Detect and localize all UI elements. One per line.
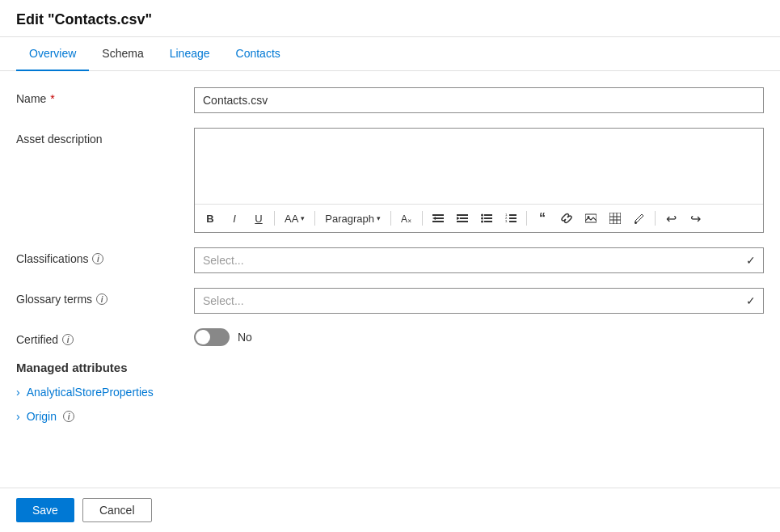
name-field-wrapper	[194, 87, 764, 113]
cancel-button[interactable]: Cancel	[82, 498, 152, 522]
certified-toggle[interactable]	[194, 328, 230, 346]
clear-icon: Aₓ	[401, 213, 412, 224]
analytical-store-label[interactable]: AnalyticalStoreProperties	[27, 386, 154, 399]
certified-field-wrapper: No	[194, 328, 764, 346]
svg-rect-7	[457, 221, 468, 222]
svg-marker-8	[457, 217, 460, 220]
tab-overview[interactable]: Overview	[16, 37, 89, 71]
redo-button[interactable]: ↪	[685, 208, 706, 229]
paragraph-chevron: ▾	[377, 214, 381, 222]
table-icon	[609, 213, 621, 224]
glossary-info-icon[interactable]: i	[96, 293, 108, 305]
tab-schema[interactable]: Schema	[89, 37, 156, 71]
name-label: Name *	[16, 87, 194, 105]
certified-info-icon[interactable]: i	[62, 334, 74, 345]
image-button[interactable]	[580, 208, 601, 229]
bullet-list-icon	[481, 213, 492, 224]
svg-rect-2	[436, 217, 444, 219]
paint-button[interactable]	[629, 208, 650, 229]
save-button[interactable]: Save	[16, 498, 74, 522]
certified-value: No	[238, 331, 252, 344]
description-field-wrapper: B I U AA ▾ Paragraph ▾ Aₓ	[194, 128, 764, 233]
svg-point-10	[481, 217, 483, 220]
svg-point-9	[481, 214, 483, 217]
underline-button[interactable]: U	[248, 208, 269, 229]
toggle-knob	[196, 330, 210, 344]
description-textarea[interactable]	[195, 129, 763, 201]
svg-rect-12	[484, 214, 492, 216]
quote-button[interactable]: “	[532, 208, 553, 229]
numbered-list-button[interactable]: 1. 2. 3.	[500, 208, 521, 229]
tab-bar: Overview Schema Lineage Contacts	[0, 37, 780, 71]
svg-rect-21	[585, 214, 597, 222]
page-title: Edit "Contacts.csv"	[0, 0, 780, 37]
glossary-select-wrapper: Select... ✓	[194, 288, 764, 314]
glossary-select[interactable]: Select...	[194, 288, 764, 314]
origin-label[interactable]: Origin	[27, 410, 57, 423]
table-button[interactable]	[605, 208, 626, 229]
origin-chevron-icon: ›	[16, 410, 20, 423]
font-size-chevron: ▾	[301, 214, 305, 222]
outdent-button[interactable]	[428, 208, 449, 229]
numbered-list-icon: 1. 2. 3.	[505, 213, 516, 224]
toolbar-sep-4	[422, 211, 423, 226]
certified-row: Certified i No	[16, 328, 764, 346]
description-editor: B I U AA ▾ Paragraph ▾ Aₓ	[194, 128, 764, 233]
indent-button[interactable]	[452, 208, 473, 229]
font-size-dropdown[interactable]: AA ▾	[280, 208, 310, 229]
toolbar-sep-1	[274, 211, 275, 226]
classifications-label: Classifications i	[16, 247, 194, 265]
tab-contacts[interactable]: Contacts	[223, 37, 293, 71]
name-required: *	[50, 92, 54, 105]
footer: Save Cancel	[0, 488, 780, 532]
link-button[interactable]	[556, 208, 577, 229]
name-row: Name *	[16, 87, 764, 113]
glossary-field-wrapper: Select... ✓	[194, 288, 764, 314]
glossary-label: Glossary terms i	[16, 288, 194, 306]
image-icon	[585, 213, 597, 224]
font-size-label: AA	[285, 213, 298, 225]
paint-icon	[634, 213, 645, 224]
name-input[interactable]	[194, 87, 764, 113]
bold-button[interactable]: B	[200, 208, 221, 229]
svg-point-28	[635, 222, 637, 224]
svg-marker-4	[432, 217, 436, 220]
certified-toggle-row: No	[194, 328, 764, 346]
clear-format-button[interactable]: Aₓ	[396, 208, 417, 229]
svg-point-11	[481, 221, 483, 223]
svg-text:3.: 3.	[505, 219, 508, 223]
paragraph-label: Paragraph	[325, 213, 374, 225]
toolbar-sep-6	[655, 211, 656, 226]
origin-item[interactable]: › Origin i	[16, 410, 764, 423]
paragraph-dropdown[interactable]: Paragraph ▾	[320, 208, 386, 229]
svg-rect-18	[509, 214, 516, 216]
classifications-select-wrapper: Select... ✓	[194, 247, 764, 273]
tab-lineage[interactable]: Lineage	[157, 37, 223, 71]
classifications-select[interactable]: Select...	[194, 247, 764, 273]
svg-rect-13	[484, 217, 492, 219]
toolbar-sep-3	[390, 211, 391, 226]
svg-text:Aₓ: Aₓ	[401, 213, 411, 224]
svg-rect-6	[460, 217, 468, 219]
editor-toolbar: B I U AA ▾ Paragraph ▾ Aₓ	[195, 204, 763, 232]
managed-attrs-title: Managed attributes	[16, 361, 764, 374]
svg-rect-20	[509, 221, 516, 222]
origin-info-icon[interactable]: i	[63, 411, 74, 422]
svg-rect-23	[609, 213, 621, 224]
svg-rect-3	[432, 221, 444, 222]
toolbar-sep-2	[314, 211, 315, 226]
toolbar-sep-5	[526, 211, 527, 226]
indent-icon	[457, 213, 468, 224]
analytical-store-item[interactable]: › AnalyticalStoreProperties	[16, 386, 764, 399]
analytical-chevron-icon: ›	[16, 386, 20, 399]
link-icon	[561, 213, 572, 224]
classifications-info-icon[interactable]: i	[92, 253, 103, 264]
glossary-row: Glossary terms i Select... ✓	[16, 288, 764, 314]
classifications-row: Classifications i Select... ✓	[16, 247, 764, 273]
italic-button[interactable]: I	[224, 208, 245, 229]
bullet-list-button[interactable]	[476, 208, 497, 229]
undo-button[interactable]: ↩	[660, 208, 681, 229]
svg-rect-19	[509, 217, 516, 219]
certified-label: Certified i	[16, 328, 194, 346]
description-label: Asset description	[16, 128, 194, 146]
